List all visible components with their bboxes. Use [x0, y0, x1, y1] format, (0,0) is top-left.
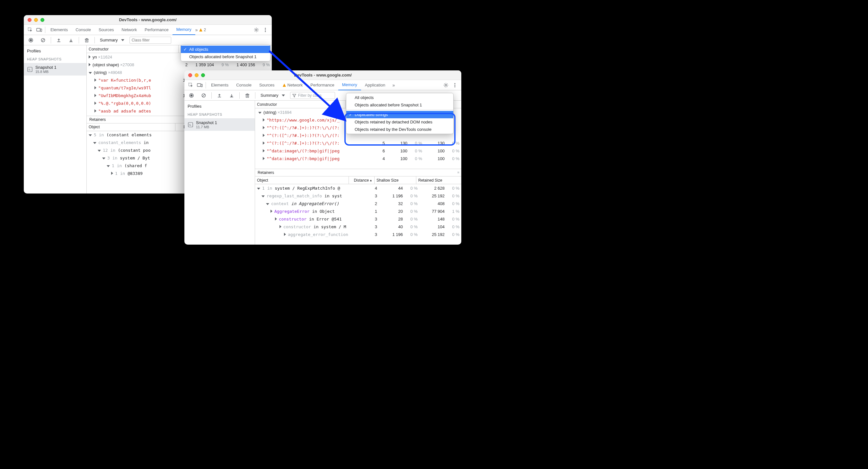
settings-icon[interactable] [252, 25, 261, 34]
col-retained[interactable]: Retained Size [416, 176, 461, 184]
snapshot-size: 11.7 MB [196, 125, 217, 129]
tab-network[interactable]: Network [118, 25, 141, 35]
row-constructor[interactable]: (object shape) ×27008 2 1 359 104 9 % 1 … [87, 61, 272, 68]
tab-memory[interactable]: Memory [173, 25, 195, 35]
gc-icon[interactable] [82, 36, 91, 45]
snapshot-size: 15.8 MB [35, 70, 57, 74]
opt-before-snapshot[interactable]: Objects allocated before Snapshot 1 [181, 53, 270, 60]
traffic-lights[interactable] [28, 18, 44, 22]
svg-line-23 [203, 94, 205, 97]
record-icon[interactable] [187, 91, 196, 100]
retainer-rows: 1 in system / RegExpMatchInfo @ 4 440 % … [255, 184, 461, 245]
inspect-icon[interactable] [186, 81, 195, 90]
tab-sources[interactable]: Sources [255, 80, 279, 90]
col-shallow[interactable]: Shallow Size [375, 176, 416, 184]
view-select[interactable]: Summary [258, 93, 287, 98]
object-filter-dropdown[interactable]: All objects Objects allocated before Sna… [346, 93, 454, 134]
col-constructor[interactable]: Constructor [255, 100, 346, 108]
view-select-label: Summary [260, 93, 279, 98]
object-filter-dropdown[interactable]: All objects Objects allocated before Sna… [181, 45, 271, 61]
devtools-window-2: DevTools - www.google.com/ Elements Cons… [184, 70, 461, 245]
kebab-menu-icon[interactable] [261, 25, 270, 34]
col-object[interactable]: Object [87, 123, 176, 131]
opt-all-objects[interactable]: All objects [181, 46, 270, 53]
opt-before-snapshot[interactable]: Objects allocated before Snapshot 1 [346, 101, 453, 109]
clear-icon[interactable] [38, 36, 48, 45]
snapshot-icon [188, 122, 193, 127]
snapshot-name: Snapshot 1 [35, 65, 57, 70]
close-icon[interactable] [28, 18, 31, 22]
save-profile-icon[interactable] [66, 36, 75, 45]
tab-network[interactable]: Network [279, 80, 307, 90]
filter-icon [292, 93, 296, 97]
sidebar-category: HEAP SNAPSHOTS [24, 55, 86, 63]
gc-icon[interactable] [243, 91, 252, 100]
col-object[interactable]: Object [255, 176, 349, 184]
titlebar[interactable]: DevTools - www.google.com/ [184, 70, 461, 80]
retainers-columns: Object Distance▲ Shallow Size Retained S… [255, 176, 461, 184]
sidebar-profiles-label: Profiles [24, 45, 86, 55]
inspect-icon[interactable] [26, 25, 35, 34]
profiles-sidebar: Profiles HEAP SNAPSHOTS Snapshot 1 11.7 … [184, 100, 255, 245]
record-icon[interactable] [26, 36, 35, 45]
opt-duplicated-strings[interactable]: Duplicated strings [346, 111, 453, 118]
tab-performance[interactable]: Performance [307, 80, 338, 90]
clear-icon[interactable] [199, 91, 208, 100]
minimize-icon[interactable] [195, 73, 198, 77]
svg-point-3 [256, 29, 257, 31]
class-filter-input[interactable]: Filter by class [290, 92, 335, 99]
retainer-row[interactable]: aggregate_error_function 3 1 1960 % 25 1… [255, 231, 461, 238]
string-row[interactable]: "^data:image\/(?:bmp|gif|jpeg41000 %1000… [255, 155, 461, 162]
snapshot-item[interactable]: Snapshot 1 11.7 MB [184, 118, 255, 131]
retainer-row[interactable]: context in AggregateError() 2 320 % 4080… [255, 200, 461, 207]
opt-detached-dom[interactable]: Objects retained by detached DOM nodes [346, 118, 453, 126]
retainer-row[interactable]: AggregateError in Object 1 200 % 77 9041… [255, 207, 461, 215]
svg-rect-24 [246, 94, 249, 97]
view-select-label: Summary [100, 38, 118, 42]
tab-application[interactable]: Application [361, 80, 389, 90]
svg-rect-25 [188, 122, 193, 127]
traffic-lights[interactable] [188, 73, 205, 77]
col-distance2[interactable]: Distance▲ [349, 176, 375, 184]
opt-all-objects[interactable]: All objects [346, 94, 453, 101]
class-filter-input[interactable] [129, 37, 171, 44]
overflow-tabs-icon[interactable]: » [389, 81, 398, 90]
maximize-icon[interactable] [201, 73, 205, 77]
kebab-menu-icon[interactable] [451, 81, 459, 90]
view-select[interactable]: Summary [98, 38, 126, 42]
tab-console[interactable]: Console [72, 25, 95, 35]
panel-tabbar: Elements Console Sources Network Perform… [184, 80, 461, 90]
maximize-icon[interactable] [40, 18, 44, 22]
retainer-row[interactable]: constructor in Error @541 3 280 % 1480 % [255, 215, 461, 223]
tab-elements[interactable]: Elements [46, 25, 72, 35]
device-mode-icon[interactable] [195, 81, 204, 90]
col-constructor[interactable]: Constructor [87, 45, 179, 53]
svg-line-10 [42, 39, 44, 41]
svg-rect-11 [86, 39, 88, 42]
tab-sources[interactable]: Sources [95, 25, 118, 35]
string-row[interactable]: "^(?:([^:/?#.]+):)?(?:\/\/(?:51300 %1300… [255, 139, 461, 147]
retainer-row[interactable]: constructor in system / M 3 400 % 1040 % [255, 223, 461, 231]
minimize-icon[interactable] [34, 18, 38, 22]
load-profile-icon[interactable] [215, 91, 224, 100]
tab-memory[interactable]: Memory [338, 80, 361, 90]
svg-point-19 [454, 86, 455, 87]
titlebar[interactable]: DevTools - www.google.com/ [24, 15, 272, 25]
device-mode-icon[interactable] [35, 25, 44, 34]
tab-performance[interactable]: Performance [141, 25, 172, 35]
retainers-menu-icon[interactable]: ≡ [458, 170, 459, 174]
settings-icon[interactable] [441, 81, 451, 90]
overflow-tabs[interactable]: » 2 [195, 25, 206, 34]
opt-devtools-console[interactable]: Objects retained by the DevTools console [346, 126, 453, 133]
tab-elements[interactable]: Elements [207, 80, 232, 90]
save-profile-icon[interactable] [227, 91, 236, 100]
string-row[interactable]: "^data:image\/(?:bmp|gif|jpeg61000 %1000… [255, 147, 461, 155]
sidebar-category: HEAP SNAPSHOTS [184, 111, 255, 118]
retainer-row[interactable]: regexp_last_match_info in syst 3 1 1960 … [255, 192, 461, 200]
svg-point-5 [265, 29, 266, 30]
retainer-row[interactable]: 1 in system / RegExpMatchInfo @ 4 440 % … [255, 184, 461, 192]
load-profile-icon[interactable] [54, 36, 63, 45]
tab-console[interactable]: Console [232, 80, 255, 90]
snapshot-item[interactable]: Snapshot 1 15.8 MB [24, 63, 86, 76]
close-icon[interactable] [188, 73, 192, 77]
